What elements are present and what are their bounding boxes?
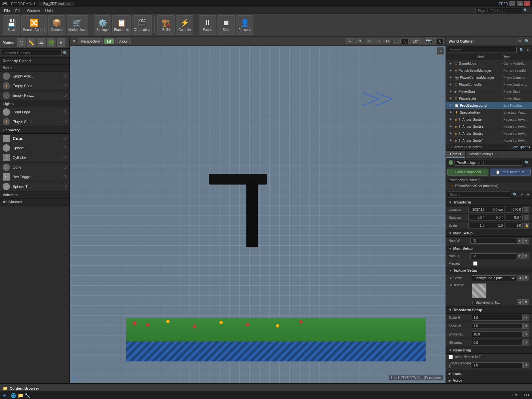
- add-component-button[interactable]: + Add Component: [447, 169, 488, 176]
- angle-button[interactable]: 10°: [410, 38, 422, 44]
- stop-button[interactable]: ⏹ Stop: [217, 15, 235, 35]
- num-h-reset-button[interactable]: ▼: [517, 253, 523, 259]
- num-h-inc-button[interactable]: ↺: [523, 253, 529, 259]
- section-basic[interactable]: Basic: [0, 65, 69, 71]
- source-control-button[interactable]: 🔀 Source Control: [21, 15, 47, 35]
- main-setup2-section-header[interactable]: ▼ Main Setup: [446, 245, 532, 252]
- outliner-row-arrow2[interactable]: 👁 ◈ T_Arrow_Sprite2 PaperSpriteAc...: [446, 123, 532, 130]
- outliner-row-particle-event[interactable]: 👁 ✦ ParticleEventManager ParticleEventM.…: [446, 67, 532, 74]
- marketplace-button[interactable]: 🛒 Marketplace: [67, 15, 88, 35]
- scale-w-reset-button[interactable]: ▼: [523, 323, 529, 329]
- camera-speed-button[interactable]: 📷: [423, 37, 436, 45]
- scale-w-input[interactable]: 1.0: [472, 323, 523, 329]
- search-classes-input[interactable]: [2, 50, 62, 56]
- taskbar-ie-icon[interactable]: 🌐: [11, 393, 16, 398]
- texture-reset-button[interactable]: 🔍: [523, 299, 529, 305]
- visibility-icon-spec[interactable]: 👁: [448, 110, 453, 115]
- save-button[interactable]: 💾 Save: [3, 15, 20, 35]
- pause-button[interactable]: ⏸ Pause: [199, 15, 216, 35]
- actor-cube[interactable]: □ Cube ⓘ: [0, 134, 69, 143]
- location-reset-button[interactable]: ↺: [524, 207, 529, 212]
- visibility-icon-ps[interactable]: 👁: [448, 89, 453, 94]
- bg-sprite-select[interactable]: Background_Sprite: [472, 275, 516, 281]
- visibility-icon-a2[interactable]: 👁: [448, 124, 453, 129]
- actor-hidden-checkbox[interactable]: [449, 355, 453, 359]
- location-z-input[interactable]: 4280.0: [505, 207, 523, 212]
- lit-button[interactable]: Lit: [104, 38, 114, 44]
- actor-sphere-trig[interactable]: ○ Sphere Tri... ⓘ: [0, 182, 69, 192]
- translate-button[interactable]: ↔: [346, 38, 354, 44]
- world-settings-tab[interactable]: World Settings: [466, 151, 497, 158]
- possess-button[interactable]: 👤 Possess: [236, 15, 253, 35]
- close-icon[interactable]: ✕: [67, 2, 70, 6]
- outliner-search-input[interactable]: [448, 47, 517, 53]
- taskbar-folder-icon[interactable]: 📁: [18, 393, 23, 398]
- location-x-input[interactable]: -3037.15: [468, 207, 486, 212]
- woverlay-reset-button[interactable]: ▼: [523, 331, 529, 337]
- actor-sphere[interactable]: ○ Sphere ⓘ: [0, 143, 69, 153]
- num-w-inc-button[interactable]: ↺: [523, 238, 529, 244]
- windows-start[interactable]: ⊞: [3, 393, 7, 398]
- details-tab[interactable]: Details: [446, 151, 466, 158]
- menu-edit[interactable]: Edit: [13, 9, 24, 13]
- rotation-x-input[interactable]: 0.0 °: [468, 215, 486, 220]
- edit-blueprint-button[interactable]: 📋 Edit Blueprint ▼: [490, 169, 531, 176]
- scale-h-input[interactable]: 1.0: [472, 315, 523, 321]
- section-volumes[interactable]: Volumes: [0, 192, 69, 199]
- viewport[interactable]: Z Level: EF2DDEMOe1 (Persistent) ⤢: [70, 46, 446, 383]
- actor-cylinder[interactable]: ◯ Cylinder ⓘ: [0, 153, 69, 163]
- section-all-classes[interactable]: All Classes: [0, 199, 69, 205]
- rotate-button[interactable]: ↻: [355, 38, 363, 44]
- bg-sprite-browse-button[interactable]: ◀: [517, 275, 523, 281]
- outliner-row-arrow4[interactable]: 👁 ◈ T_Arrow_Sprite4 PaperSpriteAc...: [446, 137, 532, 144]
- location-y-input[interactable]: 0.0 cm: [487, 207, 504, 212]
- outliner-icon-1[interactable]: ⊞: [518, 39, 521, 43]
- num-w-reset-button[interactable]: ▼: [517, 238, 523, 244]
- rotation-z-input[interactable]: 0.0 °: [505, 215, 523, 220]
- actor-section-header[interactable]: ▶ Actor: [446, 377, 532, 383]
- actor-name-input[interactable]: ProcBackground: [455, 160, 522, 166]
- woverlay-input[interactable]: 10.0: [472, 332, 523, 337]
- scale-y-input[interactable]: 1.0: [487, 223, 504, 228]
- menu-file[interactable]: File: [1, 9, 13, 13]
- actor-player-start[interactable]: 🧍 Player Star... ⓘ: [0, 117, 69, 127]
- outliner-icon-2[interactable]: 🔍: [525, 39, 529, 43]
- visibility-icon-pst[interactable]: 👁: [448, 96, 453, 101]
- view-options-link[interactable]: View Options: [510, 145, 530, 149]
- scale-h-reset-button[interactable]: ▼: [523, 315, 529, 321]
- details-eye-icon[interactable]: 👁: [526, 193, 530, 197]
- perspective-button[interactable]: Perspective: [78, 38, 103, 44]
- section-geometry[interactable]: Geometry: [0, 127, 69, 134]
- outliner-row-proc-bg[interactable]: 👁 📋 ProcBackground Edit ProcBac...: [446, 102, 532, 109]
- grid-snap-button[interactable]: ⊞: [393, 38, 401, 44]
- scale-x-input[interactable]: 1.0: [468, 223, 486, 228]
- actor-point-light[interactable]: ○ Point Light ⓘ: [0, 107, 69, 117]
- blueprints-button[interactable]: 📋 Blueprints: [112, 15, 130, 35]
- actor-box-trigger[interactable]: □ Box Trigge... ⓘ: [0, 172, 69, 182]
- outliner-row-spectator[interactable]: 👁 🧍 SpectatorPawn SpectatorPaw...: [446, 109, 532, 116]
- bg-sprite-reset-button[interactable]: 🔍: [523, 275, 529, 281]
- taskbar-settings-icon[interactable]: 🔧: [25, 393, 30, 398]
- rotation-reset-button[interactable]: ↺: [524, 215, 529, 220]
- section-lights[interactable]: Lights: [0, 100, 69, 107]
- visibility-icon-camera[interactable]: 👁: [448, 75, 453, 80]
- details-search-input[interactable]: [448, 192, 510, 198]
- mode-foliage-button[interactable]: 🌿: [47, 38, 56, 47]
- visibility-icon-a1[interactable]: 👁: [448, 117, 453, 122]
- compile-button[interactable]: ⚡ Compile: [176, 15, 193, 35]
- mode-terrain-button[interactable]: ⛰: [37, 38, 46, 47]
- num-w-input[interactable]: 13: [470, 238, 516, 244]
- actor-cone[interactable]: △ Cone ⓘ: [0, 163, 69, 172]
- local-global-button[interactable]: ⊞: [374, 38, 382, 44]
- outliner-row-arrow3[interactable]: 👁 ◈ T_Arrow_Sprite3 PaperSpriteAc...: [446, 130, 532, 137]
- outliner-row-arrow1[interactable]: 👁 ◈ T_Arrow_Sprite PaperSpriteAc...: [446, 116, 532, 123]
- actor-empty-pawn[interactable]: ○ Empty Paw... ⓘ: [0, 91, 69, 100]
- maximize-button[interactable]: □: [517, 1, 523, 6]
- outliner-row-player-state[interactable]: 👁 ⬡ PlayerState PlayerState: [446, 95, 532, 102]
- actor-empty-actor[interactable]: ○ Empty Acto... ⓘ: [0, 71, 69, 81]
- cinematics-button[interactable]: 🎬 Cinematics: [132, 15, 152, 35]
- visibility-icon-a4[interactable]: 👁: [448, 138, 453, 143]
- outliner-row-gamemode[interactable]: 👁 ⬡ GameMode GameModeB...: [446, 60, 532, 67]
- transform-section-header[interactable]: ▼ Transform: [446, 199, 532, 206]
- outliner-row-player-start[interactable]: 👁 ▶ PlayerStart PlayerStart: [446, 88, 532, 95]
